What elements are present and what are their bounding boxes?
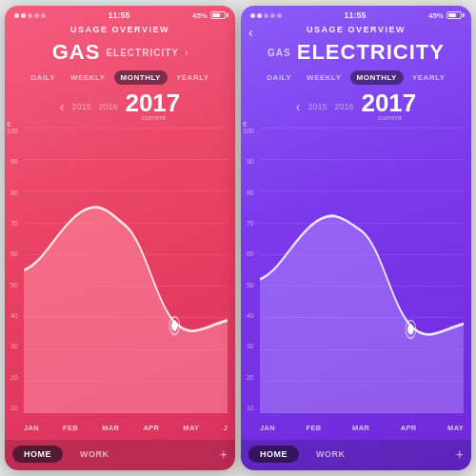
year-2015-elec[interactable]: 2015 bbox=[307, 102, 327, 111]
bottom-add-gas[interactable]: + bbox=[220, 446, 228, 462]
x-axis-gas: JAN FEB MAR APR MAY J bbox=[24, 424, 228, 432]
bottom-add-elec[interactable]: + bbox=[456, 446, 464, 462]
y-label-80-gas: 80 bbox=[10, 189, 18, 196]
chart-area-elec: € 100 90 80 70 60 50 40 30 20 10 bbox=[241, 128, 471, 440]
dot5 bbox=[41, 13, 46, 18]
bottom-work-gas[interactable]: WORK bbox=[69, 446, 121, 463]
chart-visual-elec bbox=[260, 128, 464, 413]
tab-weekly-elec[interactable]: WEEKLY bbox=[300, 70, 348, 85]
battery-icon-elec bbox=[446, 11, 462, 19]
dot4-elec bbox=[270, 13, 275, 18]
title-secondary-elec[interactable]: GAS bbox=[268, 48, 291, 58]
y-label-80-elec: 80 bbox=[247, 189, 254, 196]
header-row-elec: ‹ USAGE OVERVIEW bbox=[241, 23, 471, 38]
x-apr-gas: APR bbox=[143, 424, 159, 432]
y-axis-elec: 100 90 80 70 60 50 40 30 20 10 bbox=[243, 128, 254, 411]
time-gas: 11:55 bbox=[108, 10, 129, 20]
tab-daily-elec[interactable]: DAILY bbox=[260, 70, 298, 85]
bottom-work-elec[interactable]: WORK bbox=[305, 446, 357, 463]
x-feb-elec: FEB bbox=[307, 424, 322, 432]
x-jan-gas: JAN bbox=[24, 424, 39, 432]
phone-electricity: 11:55 45% ‹ USAGE OVERVIEW GAS ELECTRICI… bbox=[241, 6, 471, 470]
y-label-30-elec: 30 bbox=[247, 343, 254, 349]
x-axis-elec: JAN FEB MAR APR MAY bbox=[260, 424, 464, 432]
battery-pct-elec: 45% bbox=[428, 11, 444, 20]
x-mar-elec: MAR bbox=[352, 424, 369, 432]
y-label-10-elec: 10 bbox=[247, 405, 254, 411]
y-label-20-gas: 20 bbox=[10, 374, 18, 381]
year-row-elec: ‹ 2015 2016 2017 current bbox=[241, 89, 471, 124]
y-label-40-elec: 40 bbox=[247, 312, 254, 319]
status-bar-elec: 11:55 45% bbox=[241, 6, 471, 23]
y-label-20-elec: 20 bbox=[247, 374, 254, 381]
dot3-elec bbox=[264, 13, 268, 18]
chart-visual-gas bbox=[24, 128, 228, 413]
title-row-elec: GAS ELECTRICITY bbox=[241, 38, 471, 67]
y-label-10-gas: 10 bbox=[10, 405, 18, 411]
year-2016-elec[interactable]: 2016 bbox=[334, 102, 353, 111]
year-prev-gas[interactable]: ‹ bbox=[60, 99, 65, 114]
title-arrow-gas: › bbox=[185, 48, 188, 58]
back-button-elec[interactable]: ‹ bbox=[248, 25, 253, 40]
dot3 bbox=[28, 13, 32, 18]
y-label-60-elec: 60 bbox=[247, 250, 254, 257]
bottom-home-elec[interactable]: HOME bbox=[248, 446, 299, 463]
y-label-50-elec: 50 bbox=[247, 282, 254, 288]
dot1-elec bbox=[250, 13, 255, 18]
tab-weekly-gas[interactable]: WEEKLY bbox=[64, 70, 112, 85]
tab-monthly-elec[interactable]: MONTHLY bbox=[350, 70, 404, 85]
current-year-gas[interactable]: 2017 bbox=[125, 90, 180, 115]
y-label-40-gas: 40 bbox=[10, 312, 18, 319]
x-may-elec: MAY bbox=[447, 424, 464, 432]
tab-monthly-gas[interactable]: MONTHLY bbox=[114, 70, 168, 85]
y-label-100-elec: 100 bbox=[243, 128, 254, 134]
chart-dot-gas bbox=[171, 321, 177, 331]
x-feb-gas: FEB bbox=[63, 424, 78, 432]
battery-area-gas: 45% bbox=[192, 11, 226, 20]
current-year-group-elec: 2017 current bbox=[361, 90, 416, 122]
y-label-30-gas: 30 bbox=[10, 343, 18, 349]
signal-dots bbox=[14, 13, 46, 18]
battery-pct-gas: 45% bbox=[192, 11, 208, 20]
year-row-gas: ‹ 2015 2016 2017 current bbox=[5, 89, 235, 124]
tab-yearly-gas[interactable]: YEARLY bbox=[169, 70, 216, 85]
title-main-gas: GAS bbox=[52, 40, 101, 65]
x-jan-elec: JAN bbox=[260, 424, 275, 432]
battery-area-elec: 45% bbox=[428, 11, 462, 20]
battery-icon-gas bbox=[210, 11, 226, 19]
year-2015-gas[interactable]: 2015 bbox=[71, 102, 90, 111]
title-main-elec: ELECTRICITY bbox=[297, 40, 445, 65]
signal-dots-elec bbox=[250, 13, 282, 18]
title-row-gas: GAS ELECTRICITY › bbox=[5, 38, 235, 67]
year-prev-elec[interactable]: ‹ bbox=[296, 99, 301, 114]
dot1 bbox=[14, 13, 19, 18]
chart-fill-gas bbox=[24, 208, 228, 413]
title-secondary-gas[interactable]: ELECTRICITY bbox=[106, 48, 179, 58]
x-may-gas: MAY bbox=[183, 424, 199, 432]
period-tabs-gas: DAILY WEEKLY MONTHLY YEARLY bbox=[5, 67, 235, 89]
y-label-90-elec: 90 bbox=[247, 158, 254, 165]
tab-yearly-elec[interactable]: YEARLY bbox=[406, 70, 452, 85]
y-label-50-gas: 50 bbox=[10, 282, 18, 288]
time-elec: 11:55 bbox=[344, 10, 366, 20]
chart-fill-elec bbox=[260, 216, 464, 413]
y-label-100-gas: 100 bbox=[7, 128, 18, 134]
dot5-elec bbox=[277, 13, 282, 18]
x-mar-gas: MAR bbox=[102, 424, 119, 432]
y-label-70-gas: 70 bbox=[10, 220, 18, 227]
bottom-home-gas[interactable]: HOME bbox=[12, 446, 63, 463]
chart-svg-elec bbox=[260, 128, 464, 413]
x-apr-elec: APR bbox=[401, 424, 417, 432]
period-tabs-elec: DAILY WEEKLY MONTHLY YEARLY bbox=[241, 67, 471, 89]
chart-area-gas: € 100 90 80 70 60 50 40 30 20 10 bbox=[5, 128, 235, 440]
app-header-gas: USAGE OVERVIEW bbox=[5, 23, 235, 38]
bottom-tabs-gas: HOME WORK + bbox=[5, 440, 235, 470]
x-jun-gas: J bbox=[223, 424, 227, 432]
app-header-elec: USAGE OVERVIEW bbox=[241, 23, 471, 38]
current-year-elec[interactable]: 2017 bbox=[361, 90, 416, 115]
year-2016-gas[interactable]: 2016 bbox=[98, 102, 117, 111]
tab-daily-gas[interactable]: DAILY bbox=[24, 70, 62, 85]
chart-dot-elec bbox=[407, 324, 413, 334]
y-label-60-gas: 60 bbox=[10, 250, 18, 257]
phone-gas: 11:55 45% USAGE OVERVIEW GAS ELECTRICITY… bbox=[5, 6, 235, 470]
